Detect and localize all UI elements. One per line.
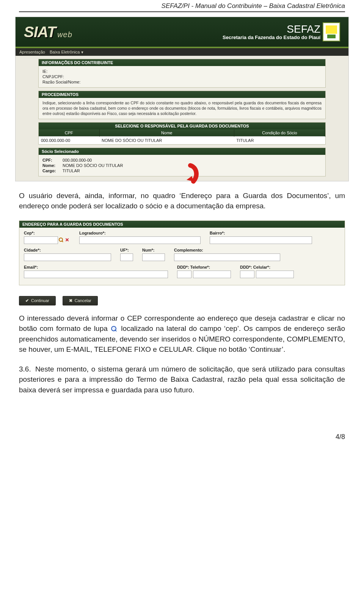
siat-screenshot-1: SIAT web SEFAZ Secretaria da Fazenda do … — [15, 17, 349, 181]
table-row[interactable]: 000.000.000-00 NOME DO SÓCIO OU TITULAR … — [39, 136, 325, 144]
list-number: 3.6. — [19, 364, 33, 375]
field-email: Email*: — [24, 265, 168, 278]
close-icon: ✖ — [69, 298, 72, 303]
check-icon: ✔ — [25, 298, 29, 303]
field-cep: Cep*: — [24, 231, 70, 244]
search-icon[interactable] — [59, 238, 64, 243]
field-celular: DDD*: Celular*: — [240, 265, 294, 278]
cell-cpf: 000.000.000-00 — [39, 136, 99, 144]
sel-cpf: CPF: 000.000.000-00 — [42, 158, 322, 162]
cidade-input[interactable] — [24, 253, 111, 261]
page-header: SEFAZ/PI - Manual do Contribuinte – Baix… — [19, 0, 345, 12]
email-input[interactable] — [24, 271, 168, 278]
col-condicao: Condição do Sócio — [234, 129, 325, 137]
col-cpf: CPF — [39, 129, 99, 137]
field-razao: Razão Social/Nome: — [42, 80, 322, 84]
red-arrow-annotation-icon — [175, 162, 202, 189]
panel-responsavel: SELECIONE O RESPONSÁVEL PELA GUARDA DOS … — [38, 122, 326, 145]
sefaz-subtitle: Secretaria da Fazenda do Estado do Piauí — [223, 35, 320, 40]
paragraph-2: O interessado deverá informar o CEP corr… — [19, 313, 345, 355]
continuar-button[interactable]: ✔ Continuar — [19, 296, 56, 305]
form-header: ENDEREÇO PARA A GUARDA DOS DOCUMENTOS — [19, 221, 345, 228]
chevron-down-icon: ▼ — [80, 50, 84, 54]
cancelar-button[interactable]: ✖ Cancelar — [63, 296, 98, 305]
cell-nome: NOME DO SÓCIO OU TITULAR — [99, 136, 234, 144]
page-number: 4/8 — [19, 433, 345, 441]
field-complemento: Complemento: — [174, 248, 280, 261]
clear-icon[interactable] — [65, 238, 70, 243]
complemento-input[interactable] — [174, 253, 280, 261]
action-bar: ✔ Continuar ✖ Cancelar — [19, 296, 345, 305]
col-nome: Nome — [99, 129, 234, 137]
paragraph-3-6: 3.6. Neste momento, o sistema gerará um … — [19, 364, 345, 395]
siat-logo: SIAT web — [24, 24, 72, 41]
cep-input[interactable] — [24, 236, 58, 244]
panel-header-proc: PROCEDIMENTOS — [39, 91, 325, 98]
table-header-selecione: SELECIONE O RESPONSÁVEL PELA GUARDA DOS … — [39, 123, 325, 129]
proc-text: Indique, selecionando a linha correspond… — [42, 100, 322, 116]
telefone-input[interactable] — [193, 271, 231, 278]
cell-cond: TITULAR — [234, 136, 325, 144]
doc-title: SEFAZ/PI - Manual do Contribuinte – Baix… — [162, 2, 345, 9]
magnifier-icon — [111, 326, 118, 332]
menu-item-apresentacao[interactable]: Apresentação — [19, 50, 45, 54]
sefaz-title: SEFAZ — [223, 24, 320, 35]
panel-socio-selecionado: Sócio Selecionado CPF: 000.000.000-00 No… — [38, 148, 326, 176]
panel-header-info: INFORMAÇÕES DO CONTRIBUINTE — [39, 59, 325, 66]
uf-input[interactable] — [120, 253, 133, 261]
menu-item-baixa[interactable]: Baixa Eletrônica▼ — [50, 50, 84, 54]
field-num: Num*: — [142, 248, 165, 261]
logradouro-input[interactable] — [79, 236, 201, 244]
socios-table: CPF Nome Condição do Sócio 000.000.000-0… — [39, 129, 325, 144]
ddd-cel-input[interactable] — [240, 271, 254, 278]
siat-logo-text: SIAT — [24, 24, 56, 41]
ddd-tel-input[interactable] — [177, 271, 191, 278]
bairro-input[interactable] — [210, 236, 312, 244]
form-endereco: ENDEREÇO PARA A GUARDA DOS DOCUMENTOS Ce… — [19, 220, 345, 285]
celular-input[interactable] — [256, 271, 294, 278]
field-cidade: Cidade*: — [24, 248, 111, 261]
sefaz-branding: SEFAZ Secretaria da Fazenda do Estado do… — [223, 24, 320, 40]
field-uf: UF*: — [120, 248, 133, 261]
field-ie: IE: — [42, 69, 322, 74]
paragraph-1: O usuário deverá, ainda, informar, no qu… — [19, 190, 345, 211]
panel-contribuinte: INFORMAÇÕES DO CONTRIBUINTE IE: CNPJ/CPF… — [38, 59, 326, 88]
menu-bar: Apresentação Baixa Eletrônica▼ — [16, 48, 348, 56]
sel-header: Sócio Selecionado — [39, 148, 325, 155]
panel-procedimentos: PROCEDIMENTOS Indique, selecionando a li… — [38, 91, 326, 119]
field-cnpj: CNPJ/CPF: — [42, 74, 322, 79]
siat-logo-sub: web — [57, 30, 72, 39]
field-logradouro: Logradouro*: — [79, 231, 201, 244]
state-crest-icon — [323, 22, 340, 41]
field-bairro: Bairro*: — [210, 231, 312, 244]
siat-banner: SIAT web SEFAZ Secretaria da Fazenda do … — [16, 17, 348, 48]
field-telefone: DDD*: Telefone*: — [177, 265, 231, 278]
num-input[interactable] — [142, 253, 165, 261]
